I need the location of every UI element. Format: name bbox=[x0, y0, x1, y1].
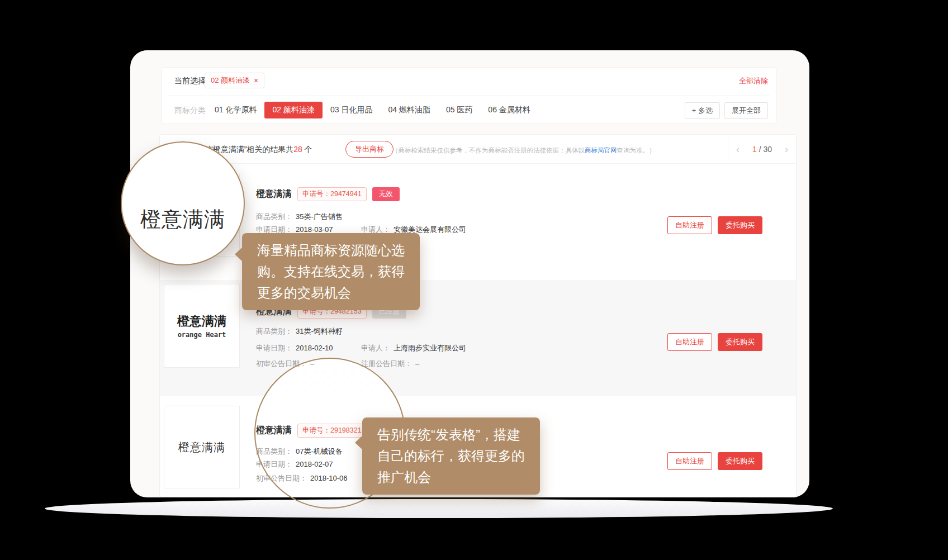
page-separator: / bbox=[757, 145, 764, 154]
category-item-04[interactable]: 04 燃料油脂 bbox=[380, 102, 438, 118]
category-item-01[interactable]: 01 化学原料 bbox=[207, 102, 264, 118]
tooltip-line: 告别传统“发表格”，搭建 bbox=[377, 424, 525, 445]
chevron-left-icon[interactable]: ‹ bbox=[736, 144, 740, 154]
field-category-value: 31类-饲料种籽 bbox=[296, 327, 343, 335]
magnifier-circle-trademark: 橙意满满 bbox=[121, 141, 245, 265]
entrust-buy-button[interactable]: 委托购买 bbox=[718, 333, 762, 351]
trademark-image-text: 橙意满满 bbox=[177, 313, 226, 330]
entrust-buy-button[interactable]: 委托购买 bbox=[718, 216, 762, 234]
entrust-buy-button[interactable]: 委托购买 bbox=[718, 452, 762, 470]
self-register-button[interactable]: 自助注册 bbox=[667, 452, 712, 470]
field-applicant: 申请人：上海雨步实业有限公司 bbox=[361, 343, 466, 353]
field-applicant-value: 安徽美达会展有限公司 bbox=[394, 225, 466, 234]
field-category-label: 商品类别： bbox=[256, 327, 292, 335]
field-reg-publish-label: 注册公告日期： bbox=[361, 359, 412, 368]
disclaimer-prefix: （商标检索结果仅供参考，不作为商标能否注册的法律依据；具体以 bbox=[392, 147, 585, 154]
page-total: 30 bbox=[763, 145, 772, 154]
category-list: 01 化学原料 02 颜料油漆 03 日化用品 04 燃料油脂 05 医药 06… bbox=[207, 102, 538, 118]
category-item-03[interactable]: 03 日化用品 bbox=[323, 102, 380, 118]
application-number-value: 29474941 bbox=[330, 190, 362, 198]
field-category-label: 商品类别： bbox=[256, 212, 292, 221]
filter-panel: 当前选择 02 颜料油漆 × 全部清除 商标分类 01 化学原料 02 颜料油漆… bbox=[162, 67, 776, 124]
field-category-value: 35类-广告销售 bbox=[296, 212, 343, 221]
tooltip-line: 推广机会 bbox=[377, 467, 525, 488]
category-item-05[interactable]: 05 医药 bbox=[438, 102, 480, 118]
page-indicator: 1 / 30 bbox=[752, 145, 772, 154]
field-apply-date-value: 2018-02-10 bbox=[296, 344, 333, 352]
field-reg-publish: 注册公告日期：– bbox=[361, 359, 419, 369]
results-count: 28 bbox=[293, 145, 302, 154]
application-number-label: 申请号： bbox=[302, 190, 330, 198]
field-apply-date: 申请日期：2018-02-10 申请人：上海雨步实业有限公司 bbox=[256, 343, 333, 353]
tooltip-marketplace: 海量精品商标资源随心选 购。支持在线交易，获得 更多的交易机会 bbox=[242, 233, 420, 310]
tooltip-promotion: 告别传统“发表格”，搭建 自己的标行，获得更多的 推广机会 bbox=[362, 417, 540, 495]
dashed-divider bbox=[169, 96, 769, 96]
category-item-06[interactable]: 06 金属材料 bbox=[480, 102, 538, 118]
current-selection-label: 当前选择 bbox=[174, 76, 206, 86]
category-item-02-selected[interactable]: 02 颜料油漆 bbox=[264, 102, 322, 118]
field-category: 商品类别：35类-广告销售 bbox=[256, 212, 343, 222]
trademark-image-text: 橙意满满 bbox=[178, 440, 225, 455]
field-apply-date-label: 申请日期： bbox=[256, 344, 292, 352]
status-badge: 无效 bbox=[372, 187, 400, 201]
trademark-name: 橙意满满 bbox=[256, 188, 292, 200]
tooltip-line: 购。支持在线交易，获得 bbox=[257, 261, 405, 282]
trademark-image: 橙意满满 bbox=[164, 406, 240, 488]
field-applicant-label: 申请人： bbox=[361, 344, 390, 352]
screenshot-stage: 当前选择 02 颜料油漆 × 全部清除 商标分类 01 化学原料 02 颜料油漆… bbox=[0, 0, 948, 560]
disclaimer-suffix: 查询为准。） bbox=[617, 147, 656, 154]
results-disclaimer: （商标检索结果仅供参考，不作为商标能否注册的法律依据；具体以商标局官网查询为准。… bbox=[392, 146, 656, 155]
export-trademark-button[interactable]: 导出商标 bbox=[345, 141, 394, 158]
field-applicant-value: 上海雨步实业有限公司 bbox=[394, 344, 466, 352]
chevron-right-icon[interactable]: › bbox=[785, 144, 788, 154]
self-register-button[interactable]: 自助注册 bbox=[667, 216, 712, 234]
filter-buttons: + 多选 展开全部 bbox=[685, 102, 768, 119]
results-header: 为您检索到“橙意满满”相关的结果共28 个 导出商标 （商标检索结果仅供参考，不… bbox=[160, 135, 796, 164]
selected-filter-tag-label: 02 颜料油漆 bbox=[211, 75, 250, 86]
pagination: ‹ 1 / 30 › bbox=[728, 137, 796, 162]
trademark-image: 橙意满满 orange Heart bbox=[164, 284, 240, 368]
field-applicant-label: 申请人： bbox=[361, 225, 390, 234]
page-current: 1 bbox=[752, 145, 757, 154]
field-apply-date-value: 2018-03-07 bbox=[296, 225, 333, 234]
selected-filter-tag[interactable]: 02 颜料油漆 × bbox=[205, 73, 264, 88]
application-number-chip: 申请号：29474941 bbox=[297, 187, 367, 201]
magnified-trademark-text: 橙意满满 bbox=[140, 206, 225, 234]
row-actions: 自助注册 委托购买 bbox=[667, 452, 762, 470]
trademark-image-subtext: orange Heart bbox=[178, 331, 226, 339]
row-actions: 自助注册 委托购买 bbox=[667, 333, 762, 351]
tooltip-line: 更多的交易机会 bbox=[257, 282, 405, 303]
field-apply-date-label: 申请日期： bbox=[256, 225, 292, 234]
row-actions: 自助注册 委托购买 bbox=[667, 216, 762, 234]
trademark-title-line: 橙意满满 申请号：29474941 无效 bbox=[256, 187, 400, 201]
tooltip-line: 海量精品商标资源随心选 bbox=[257, 240, 405, 261]
tooltip-arrow-left-icon bbox=[355, 435, 363, 450]
laptop-base-band bbox=[45, 499, 833, 518]
field-category: 商品类别：31类-饲料种籽 bbox=[256, 326, 343, 336]
self-register-button[interactable]: 自助注册 bbox=[667, 333, 712, 351]
results-count-suffix: 个 bbox=[302, 145, 312, 154]
close-icon[interactable]: × bbox=[254, 77, 258, 84]
tooltip-arrow-left-icon bbox=[235, 247, 243, 262]
trademark-office-link[interactable]: 商标局官网 bbox=[585, 147, 617, 154]
category-group-label: 商标分类 bbox=[174, 106, 206, 116]
clear-all-link[interactable]: 全部清除 bbox=[739, 76, 768, 86]
field-reg-publish-value: – bbox=[415, 359, 419, 368]
expand-all-button[interactable]: 展开全部 bbox=[724, 102, 768, 119]
tooltip-line: 自己的标行，获得更多的 bbox=[377, 445, 525, 467]
multi-select-button[interactable]: + 多选 bbox=[685, 102, 720, 119]
